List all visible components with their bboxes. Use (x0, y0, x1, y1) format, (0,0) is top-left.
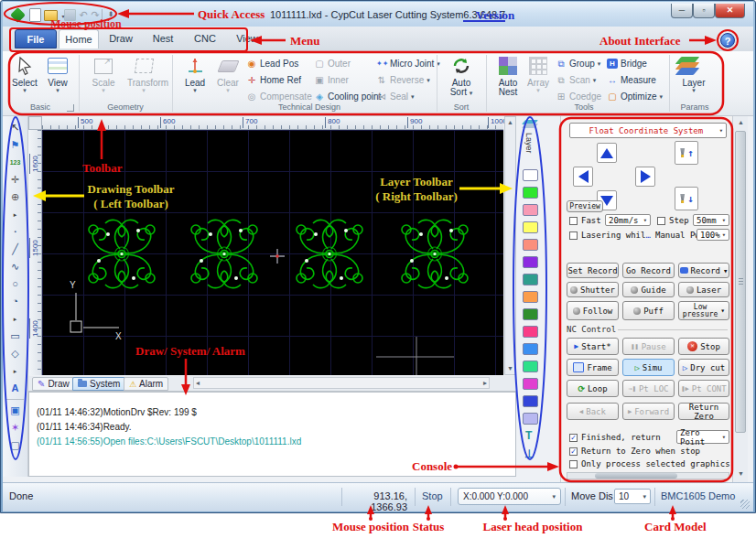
pan-tool-icon[interactable]: ✛ (6, 172, 24, 188)
return-zero-button[interactable]: Return Zero (678, 403, 729, 420)
text-tool-icon[interactable]: A (6, 381, 24, 396)
resize-grip[interactable] (740, 500, 750, 509)
scroll-up-icon[interactable]: ▲ (505, 117, 515, 128)
minimize-button[interactable]: ─ (671, 4, 693, 18)
forward-button[interactable]: ▶Forward (622, 403, 675, 420)
clear-button[interactable]: Clear▾ (211, 54, 244, 102)
tab-alarm-doc[interactable]: ⚠Alarm (124, 377, 168, 391)
coordinate-system-dropdown[interactable]: Float Coordinate System▾ (569, 123, 727, 138)
scan-item[interactable]: ⧉Scan▾ (556, 73, 596, 87)
set-record-button[interactable]: Set Record (567, 263, 619, 278)
fast-speed-dropdown[interactable]: 20mm/s▾ (605, 214, 651, 226)
layer-swatch[interactable] (523, 361, 538, 372)
step-checkbox[interactable] (657, 217, 665, 225)
measure-item[interactable]: ↔Measure (607, 73, 656, 87)
jog-up-button[interactable] (597, 143, 617, 163)
scroll-left-icon[interactable]: ◂ (196, 379, 200, 387)
low-pressure-button[interactable]: Lowpressure▾ (678, 301, 729, 320)
circle-tool-icon[interactable]: ○ (6, 276, 24, 292)
layer-swatch[interactable] (523, 308, 538, 320)
pt-cont-button[interactable]: ❚▶Pt CONT (678, 380, 729, 397)
preview-button[interactable]: Preview (567, 200, 603, 212)
stop-button[interactable]: ✕Stop (678, 338, 729, 355)
home-ref-item[interactable]: ✛Home Ref (246, 73, 301, 87)
tab-view[interactable]: View (227, 29, 267, 48)
follow-button[interactable]: Follow (567, 301, 619, 320)
close-button[interactable]: ✕ (715, 4, 745, 18)
only-selected-checkbox[interactable] (569, 460, 578, 468)
finished-return-checkbox[interactable]: ✓ (569, 434, 578, 442)
return-zero-checkbox[interactable]: ✓ (569, 447, 578, 456)
view-capture-tool-icon[interactable]: ▣ (6, 403, 24, 418)
layer-swatch[interactable] (523, 204, 538, 216)
select-button[interactable]: Select▾ (8, 54, 41, 102)
flyout-arrow-icon[interactable]: ▸ (6, 363, 24, 379)
layer-swatch[interactable] (523, 326, 538, 338)
scrollbar-thumb[interactable] (595, 473, 677, 479)
auto-nest-button[interactable]: AutoNest (491, 54, 524, 102)
auto-sort-button[interactable]: AutoSort ▾ (442, 54, 481, 102)
seal-item[interactable]: ⋈Seal▾ (376, 90, 415, 103)
canvas-horizontal-scrollbar[interactable]: ◂ ▸ (193, 377, 490, 389)
layer-swatch[interactable] (523, 378, 538, 390)
micro-joint-item[interactable]: ✦✦Micro Joint▾ (376, 57, 440, 70)
lead-button[interactable]: Lead▾ (178, 54, 211, 102)
jog-left-button[interactable] (573, 167, 593, 187)
help-icon[interactable]: ? (720, 33, 735, 48)
shutter-button[interactable]: Shutter (567, 282, 619, 297)
line-tool-icon[interactable]: ╱ (6, 242, 24, 257)
coedge-item[interactable]: ⊞Coedge (556, 90, 601, 103)
layer-swatch[interactable] (523, 169, 538, 181)
dimension-tool-icon[interactable]: 123 (6, 155, 24, 170)
bridge-item[interactable]: HBridge (607, 57, 647, 70)
transform-button[interactable]: Transform▾ (127, 54, 160, 102)
panel-horizontal-scrollbar[interactable] (567, 472, 729, 479)
tab-home[interactable]: Home (59, 29, 99, 48)
canvas-vertical-scrollbar[interactable]: ▲ ▼ (504, 116, 516, 375)
layer-button[interactable]: Layer▾ (675, 54, 713, 102)
zoom-tool-icon[interactable]: ⊕ (6, 189, 24, 205)
flyout-arrow-icon[interactable]: ▸ (6, 311, 24, 327)
tab-draw-doc[interactable]: ✎Draw (32, 377, 75, 391)
spline-tool-icon[interactable]: ∿ (6, 259, 24, 274)
step-dropdown[interactable]: 50mm▾ (693, 214, 729, 226)
group-expander-icon[interactable] (67, 104, 74, 112)
t-tool-icon[interactable]: T (525, 429, 532, 442)
puff-button[interactable]: Puff (622, 301, 675, 320)
roundrect-tool-icon[interactable]: ▢ (6, 437, 24, 453)
pause-button[interactable]: ❚❚Pause (622, 338, 675, 355)
polygon-tool-icon[interactable]: ◇ (6, 346, 24, 361)
jog-right-button[interactable] (635, 167, 655, 187)
scrollbar-thumb[interactable] (735, 131, 746, 433)
flyout-arrow-icon[interactable]: ▸ (6, 207, 24, 222)
tab-system-doc[interactable]: System (72, 377, 125, 391)
rect-tool-icon[interactable]: ▭ (6, 328, 24, 344)
simu-button[interactable]: ▷Simu (622, 359, 675, 376)
group-item[interactable]: ⧉Group▾ (556, 57, 600, 70)
pie-tool-icon[interactable]: ◔ (6, 294, 24, 309)
layer-swatch[interactable] (523, 256, 538, 268)
point-tool-icon[interactable]: ∙ (6, 224, 24, 240)
view-button[interactable]: View▾ (41, 54, 74, 102)
reverse-item[interactable]: ⇅Reverse▾ (376, 73, 430, 87)
laser-button[interactable]: Laser (678, 282, 729, 297)
layer-swatch[interactable] (523, 239, 538, 251)
cooling-point-item[interactable]: ◈Cooling point (314, 90, 381, 103)
tab-nest[interactable]: Nest (143, 29, 183, 48)
guide-button[interactable]: Guide (622, 282, 675, 297)
scroll-up-icon[interactable]: ▲ (736, 117, 746, 128)
lasering-checkbox[interactable] (569, 231, 578, 240)
scroll-down-icon[interactable]: ▼ (736, 468, 746, 479)
optimize-item[interactable]: ▢Optimize▾ (607, 90, 663, 103)
go-record-button[interactable]: Go Record (622, 263, 675, 278)
tab-draw[interactable]: Draw (101, 29, 141, 48)
layer-swatch[interactable] (523, 343, 538, 355)
layer-swatch[interactable] (523, 395, 538, 407)
loop-button[interactable]: ⟳Loop (567, 380, 619, 397)
move-dis-dropdown[interactable]: 10▾ (614, 489, 651, 504)
inner-item[interactable]: ▣Inner (314, 73, 349, 87)
select-tool-icon[interactable]: ↖ (6, 120, 24, 135)
lead-pos-item[interactable]: ◉Lead Pos (246, 57, 298, 70)
fast-checkbox[interactable] (569, 217, 578, 225)
outer-item[interactable]: ▢Outer (314, 57, 351, 70)
